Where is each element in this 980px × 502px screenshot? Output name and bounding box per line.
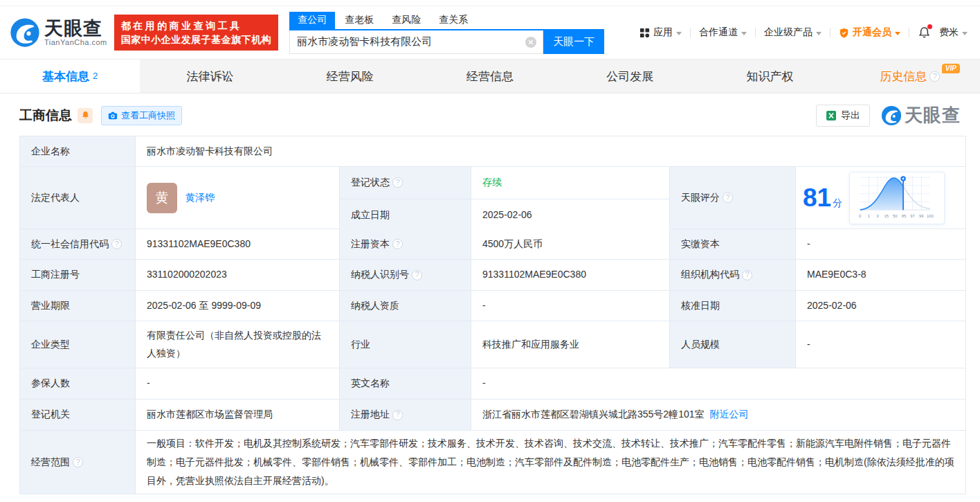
help-icon[interactable] (73, 457, 83, 467)
table-row: 法定代表人 黄 黄泽铧 登记状态 存续 成立日期 2025-02-06 天眼评分 (20, 167, 965, 229)
label-establish-date: 成立日期 (340, 199, 471, 231)
value-company-name: 丽水市凌动智卡科技有限公司 (136, 136, 965, 166)
search-tab-boss[interactable]: 查老板 (336, 12, 382, 29)
table-row: 企业名称 丽水市凌动智卡科技有限公司 (20, 136, 965, 167)
registered-address-text: 注册地址 (351, 407, 390, 422)
label-english-name: 英文名称 (340, 368, 471, 399)
taxpayer-id-text: 纳税人识别号 (351, 267, 409, 283)
excel-icon (826, 110, 837, 121)
chevron-down-icon (741, 32, 747, 35)
menu-enterprise-products[interactable]: 企业级产品 (764, 26, 822, 39)
tab-history-info[interactable]: VIP 历史信息 (840, 60, 980, 93)
help-icon[interactable] (392, 410, 403, 420)
svg-text:0: 0 (859, 213, 862, 217)
nearby-companies-link[interactable]: 附近公司 (710, 407, 749, 422)
help-icon[interactable] (723, 192, 733, 203)
tab-operation-risk[interactable]: 经营风险 (280, 60, 420, 93)
menu-vip-label: 开通会员 (853, 26, 891, 39)
label-org-code: 组织机构代码 (670, 260, 796, 290)
value-taxpayer-quality: - (471, 291, 670, 321)
header-menu: 应用 合作通道 企业级产品 开通会员 (639, 26, 973, 39)
menu-divider (909, 28, 909, 37)
label-business-scope: 经营范围 (20, 431, 136, 494)
chevron-down-icon (895, 32, 900, 35)
value-staff-size: - (796, 321, 965, 368)
label-business-term: 营业期限 (20, 291, 136, 321)
help-icon[interactable] (412, 270, 422, 280)
svg-text:99: 99 (919, 213, 924, 217)
tab-operation-risk-label: 经营风险 (327, 69, 374, 84)
apps-grid-icon (639, 28, 650, 38)
view-business-snapshot-button[interactable]: 查看工商快照 (101, 106, 182, 125)
legal-representative-link[interactable]: 黄泽铧 (185, 190, 215, 206)
value-taxpayer-id: 91331102MAE9E0C380 (471, 260, 670, 290)
monitor-bell-button[interactable] (78, 108, 93, 123)
registration-status-text: 登记状态 (351, 175, 390, 190)
svg-text:3: 3 (877, 213, 879, 217)
table-row: 工商注册号 331102000202023 纳税人识别号 91331102MAE… (20, 260, 965, 291)
search-tab-company[interactable]: 查公司 (289, 12, 335, 29)
slogan-line2: 国家中小企业发展子基金旗下机构 (121, 33, 272, 46)
label-registered-address: 注册地址 (340, 400, 471, 430)
menu-divider (755, 28, 756, 37)
watermark-brand-text: 天眼查 (905, 103, 961, 127)
tab-legal-litigation[interactable]: 法律诉讼 (140, 60, 280, 93)
tianyancha-logo[interactable]: 天眼查 TianYanCha.com (10, 17, 107, 48)
label-taxpayer-quality: 纳税人资质 (340, 291, 471, 321)
bell-icon (81, 111, 90, 120)
table-row: 营业期限 2025-02-06 至 9999-09-09 纳税人资质 - 核准日… (20, 291, 965, 321)
tab-company-development-label: 公司发展 (606, 69, 653, 84)
clear-search-icon[interactable] (525, 37, 536, 48)
value-business-scope: 一般项目：软件开发；电机及其控制系统研发；汽车零部件研发；技术服务、技术开发、技… (136, 431, 965, 494)
business-info-table: 企业名称 丽水市凌动智卡科技有限公司 法定代表人 黄 黄泽铧 登记状态 存续 成… (19, 136, 966, 494)
export-button[interactable]: 导出 (816, 105, 870, 127)
help-icon[interactable] (742, 270, 752, 280)
help-icon[interactable] (392, 239, 403, 249)
value-business-term: 2025-02-06 至 9999-09-09 (136, 291, 340, 321)
search-submit-button[interactable]: 天眼一下 (543, 29, 604, 54)
chevron-down-icon (816, 32, 822, 35)
label-company-name: 企业名称 (20, 136, 136, 166)
tab-basic-info-label: 基本信息 (42, 69, 89, 84)
help-icon[interactable] (929, 71, 940, 82)
avatar[interactable]: 黄 (147, 183, 177, 213)
menu-divider (830, 28, 831, 37)
menu-user-account[interactable]: 费米 (939, 26, 968, 39)
tab-company-development[interactable]: 公司发展 (560, 60, 700, 93)
search-tab-relation[interactable]: 查关系 (430, 12, 476, 29)
tab-operation-info[interactable]: 经营信息 (420, 60, 560, 93)
menu-divider (690, 28, 691, 37)
menu-partner-channel[interactable]: 合作通道 (699, 26, 747, 39)
svg-text:15: 15 (884, 213, 889, 217)
help-icon[interactable] (111, 239, 122, 249)
label-insured-count: 参保人数 (20, 368, 136, 399)
search-input[interactable] (290, 30, 543, 53)
tab-basic-info[interactable]: 基本信息 2 (0, 60, 140, 93)
chevron-down-icon (676, 32, 682, 35)
menu-apps[interactable]: 应用 (639, 26, 682, 39)
value-establish-date: 2025-02-06 (471, 199, 669, 231)
label-taxpayer-id: 纳税人识别号 (340, 260, 471, 290)
export-button-label: 导出 (841, 109, 860, 122)
value-registration-authority: 丽水市莲都区市场监督管理局 (136, 400, 340, 430)
tab-history-info-label: 历史信息 (880, 69, 927, 84)
label-registration-status: 登记状态 (340, 167, 471, 199)
tianyan-score-text: 天眼评分 (681, 190, 720, 206)
table-row: 统一社会信用代码 91331102MAE9E0C380 注册资本 4500万人民… (20, 229, 965, 260)
value-industry: 科技推广和应用服务业 (471, 321, 670, 368)
notifications-bell[interactable] (918, 26, 931, 39)
snapshot-button-label: 查看工商快照 (121, 109, 175, 122)
tianyancha-swirl-icon (10, 17, 40, 48)
camera-icon (108, 111, 118, 120)
score-distribution-chart[interactable]: 013 155085 9799100 (849, 172, 945, 224)
svg-text:1: 1 (868, 213, 870, 217)
address-text: 浙江省丽水市莲都区碧湖镇兴城北路355号2幢101室 (482, 407, 705, 422)
slogan-line1: 都在用的商业查询工具 (121, 19, 272, 33)
help-icon[interactable] (392, 177, 403, 188)
tab-intellectual-property[interactable]: 知识产权 (700, 60, 840, 93)
menu-open-vip[interactable]: 开通会员 (839, 26, 900, 39)
tab-legal-litigation-label: 法律诉讼 (186, 69, 233, 84)
search-tab-risk[interactable]: 查风险 (383, 12, 429, 29)
tab-basic-info-count: 2 (93, 71, 98, 81)
site-header: 天眼查 TianYanCha.com 都在用的商业查询工具 国家中小企业发展子基… (0, 6, 980, 59)
